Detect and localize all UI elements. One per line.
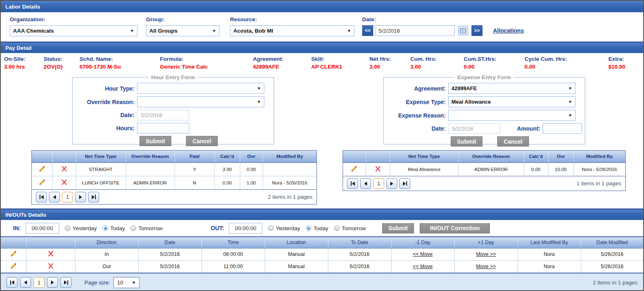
cell-date-modified: 5/26/2016 xyxy=(581,260,643,273)
filter-toolbar: Organization: AAA Chemicals Group: All G… xyxy=(1,12,643,42)
edit-pencil-icon[interactable] xyxy=(39,166,45,172)
move-back-link[interactable]: << Move xyxy=(413,251,433,257)
group-filter: Group: All Groups xyxy=(146,16,219,36)
hours-input[interactable] xyxy=(137,123,189,133)
inout-section-bar: IN/OUTs Details xyxy=(1,209,643,220)
hour-date-input[interactable] xyxy=(137,110,189,120)
first-page-button[interactable] xyxy=(36,192,47,202)
next-page-button[interactable] xyxy=(75,192,86,202)
pay-summary-row: On-Site:3.00 hrs Status:2OV(O) Schd. Nam… xyxy=(1,53,643,73)
summary-cycle-cum-hrs: Cycle Cum. Hrs:0.00 xyxy=(524,55,604,73)
last-page-button[interactable] xyxy=(60,277,71,288)
first-page-button[interactable] xyxy=(7,277,18,288)
previous-page-button[interactable] xyxy=(20,277,31,288)
delete-x-icon[interactable] xyxy=(375,166,381,171)
previous-day-button[interactable]: << xyxy=(362,25,373,36)
delete-x-icon[interactable] xyxy=(48,251,53,256)
expense-date-input[interactable] xyxy=(448,123,500,134)
last-page-button[interactable] xyxy=(399,178,410,189)
expense-type-value: Meal Allowance xyxy=(451,99,491,105)
last-page-button[interactable] xyxy=(88,192,99,202)
inout-title: IN/OUTs Details xyxy=(5,212,46,218)
out-radio-tomorrow[interactable]: Tomorrow xyxy=(334,225,366,231)
table-row: STRAIGHT Y 3.00 0.00 xyxy=(32,162,316,176)
col-edit xyxy=(343,151,365,162)
hour-cancel-button[interactable]: Cancel xyxy=(186,136,218,146)
previous-page-button[interactable] xyxy=(49,192,60,202)
expense-cancel-button[interactable]: Cancel xyxy=(497,136,529,147)
organization-value: AAA Chemicals xyxy=(13,28,54,34)
grids-row: Net Time Type Override Reason Paid Calc'… xyxy=(1,150,643,209)
inout-submit-button[interactable]: Submit xyxy=(382,223,414,233)
hour-submit-button[interactable]: Submit xyxy=(139,136,171,146)
cell-location: Manual xyxy=(265,260,328,273)
amount-label: Amount: xyxy=(500,125,543,132)
edit-pencil-icon[interactable] xyxy=(10,251,17,257)
delete-x-icon[interactable] xyxy=(48,263,53,269)
col-date: Date xyxy=(138,237,201,248)
chevron-down-icon xyxy=(565,113,572,118)
cell-override-reason: ADMIN ERROR xyxy=(126,176,175,189)
inout-correction-button[interactable]: IN/OUT Correction xyxy=(420,223,490,233)
move-forward-link[interactable]: Move >> xyxy=(476,251,496,257)
cell-last-modified-by: Nora xyxy=(518,260,581,273)
agreement-label: Agreement: xyxy=(384,85,448,92)
date-input[interactable] xyxy=(375,25,455,36)
edit-pencil-icon[interactable] xyxy=(39,179,45,186)
delete-x-icon[interactable] xyxy=(62,166,67,171)
in-radio-today[interactable]: Today xyxy=(102,225,125,231)
agreement-select[interactable]: 42899AFE xyxy=(448,83,575,94)
col-net-time-type: Net Time Type xyxy=(76,151,126,162)
hour-type-select[interactable] xyxy=(137,83,264,94)
col-override-reason: Override Reason xyxy=(458,151,524,162)
expense-submit-button[interactable]: Submit xyxy=(451,136,482,147)
group-select[interactable]: All Groups xyxy=(146,25,219,36)
delete-x-icon[interactable] xyxy=(62,180,67,185)
in-radio-tomorrow[interactable]: Tomorrow xyxy=(131,225,162,231)
move-forward-link[interactable]: Move >> xyxy=(476,264,496,269)
resource-select[interactable]: Acosta, Bob MI xyxy=(230,25,354,36)
expense-type-select[interactable]: Meal Allowance xyxy=(448,96,575,107)
chevron-down-icon xyxy=(132,280,136,285)
out-time-input[interactable] xyxy=(229,223,262,234)
page-size-select[interactable]: 10 xyxy=(113,277,139,288)
next-page-button[interactable] xyxy=(386,178,397,189)
current-page-button[interactable]: 1 xyxy=(62,192,73,202)
chevron-down-icon xyxy=(127,29,134,33)
override-reason-select[interactable] xyxy=(137,96,264,107)
in-radio-yesterday[interactable]: Yesterday xyxy=(65,225,97,231)
edit-pencil-icon[interactable] xyxy=(351,166,357,172)
calendar-button[interactable] xyxy=(458,26,468,36)
edit-pencil-icon[interactable] xyxy=(10,263,17,269)
cell-ts-date: 5/2/2016 xyxy=(328,248,391,260)
in-time-input[interactable] xyxy=(26,223,59,234)
col-calcd: Calc'd xyxy=(215,151,240,162)
allocations-link[interactable]: Allocations xyxy=(493,27,524,34)
expense-reason-select[interactable] xyxy=(448,110,575,121)
out-radio-today[interactable]: Today xyxy=(306,225,328,231)
amount-input[interactable] xyxy=(543,123,582,134)
next-day-button[interactable]: >> xyxy=(471,25,482,36)
radio-label: Tomorrow xyxy=(342,225,366,231)
current-page-button[interactable]: 1 xyxy=(373,178,384,189)
out-radio-yesterday[interactable]: Yesterday xyxy=(268,225,300,231)
group-value: All Groups xyxy=(149,28,177,34)
summary-skill: Skill:AP CLERK1 xyxy=(311,55,370,73)
current-page-button[interactable]: 1 xyxy=(33,277,44,288)
table-row: Out 5/2/2016 11:00:00 Manual 5/2/2016 <<… xyxy=(1,260,643,273)
organization-select[interactable]: AAA Chemicals xyxy=(10,25,137,36)
expense-entry-form: Expense Entry Form Agreement: 42899AFE E… xyxy=(383,74,585,144)
next-page-button[interactable] xyxy=(47,277,58,288)
agreement-value: 42899AFE xyxy=(451,85,477,91)
first-page-button[interactable] xyxy=(347,178,358,189)
previous-page-button[interactable] xyxy=(360,178,371,189)
out-day-radio-group: Yesterday Today Tomorrow xyxy=(262,225,366,231)
pay-detail-title: Pay Detail xyxy=(5,45,32,51)
expense-reason-label: Expense Reason: xyxy=(384,112,448,119)
cell-time: 08:00:00 xyxy=(201,248,265,260)
radio-icon xyxy=(268,225,274,231)
col-override-reason: Override Reason xyxy=(126,151,175,162)
move-back-link[interactable]: << Move xyxy=(413,264,433,269)
organization-filter: Organization: AAA Chemicals xyxy=(10,16,137,36)
date-filter: Date: << >> Allocations xyxy=(362,16,524,36)
